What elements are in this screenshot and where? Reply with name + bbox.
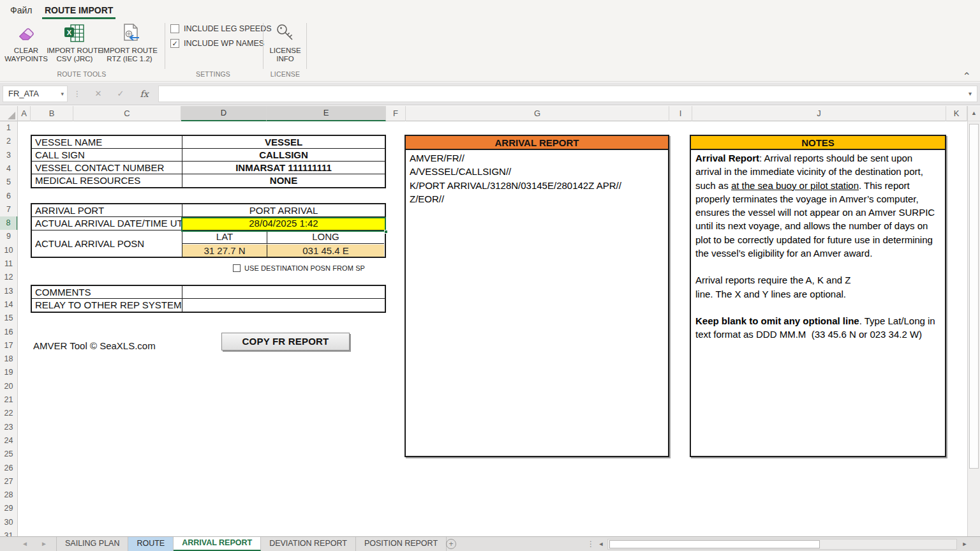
row-header-28[interactable]: 28 — [0, 488, 17, 502]
select-all-corner[interactable] — [0, 106, 18, 121]
arrival-report-body[interactable]: AMVER/FR//A/VESSEL/CALLSIGN//K/PORT ARRI… — [406, 150, 668, 206]
column-header-G[interactable]: G — [406, 106, 669, 121]
column-header-I[interactable]: I — [669, 106, 692, 121]
row-header-19[interactable]: 19 — [0, 366, 17, 379]
long-value-cell[interactable]: 031 45.4 E — [267, 245, 384, 257]
lat-value-cell[interactable]: 31 27.7 N — [182, 245, 267, 257]
row-header-23[interactable]: 23 — [0, 421, 17, 434]
sheet-nav-left-icon[interactable]: ◄ — [22, 537, 28, 551]
vertical-scrollbar[interactable]: ▲ — [967, 106, 980, 536]
row-header-1[interactable]: 1 — [0, 121, 17, 135]
row-header-13[interactable]: 13 — [0, 285, 17, 298]
row-header-29[interactable]: 29 — [0, 502, 17, 515]
long-header-cell[interactable]: LONG — [267, 230, 384, 244]
column-header-A[interactable]: A — [18, 106, 31, 121]
sheet-tab-sailing-plan[interactable]: SAILING PLAN — [57, 537, 128, 551]
row-header-24[interactable]: 24 — [0, 434, 17, 448]
row-header-15[interactable]: 15 — [0, 312, 17, 325]
row-header-9[interactable]: 9 — [0, 230, 17, 243]
insert-function-icon[interactable]: fx — [134, 86, 154, 102]
formula-splitter-icon[interactable]: ⋮ — [73, 86, 80, 102]
column-header-K[interactable]: K — [946, 106, 967, 121]
sheet-tab-deviation-report[interactable]: DEVIATION REPORT — [261, 537, 356, 551]
row-header-2[interactable]: 2 — [0, 135, 17, 148]
row-header-11[interactable]: 11 — [0, 257, 17, 271]
arrival-datetime-cell[interactable]: 28/04/2025 1:42 — [182, 217, 385, 230]
import-route-rtz-button[interactable]: IMPORT ROUTE RTZ (IEC 1.2) — [101, 21, 158, 68]
name-box-dropdown-icon[interactable]: ▾ — [61, 86, 64, 102]
cancel-icon[interactable]: ✕ — [88, 86, 108, 102]
row-header-25[interactable]: 25 — [0, 448, 17, 461]
row-header-4[interactable]: 4 — [0, 162, 17, 176]
column-header-E[interactable]: E — [267, 106, 386, 121]
vessel-info-label-2[interactable]: VESSEL CONTACT NUMBER — [32, 162, 182, 174]
row-header-5[interactable]: 5 — [0, 176, 17, 189]
row-header-17[interactable]: 17 — [0, 339, 17, 352]
row-header-6[interactable]: 6 — [0, 190, 17, 203]
scroll-left-icon[interactable]: ◄ — [596, 539, 606, 550]
row-header-21[interactable]: 21 — [0, 393, 17, 407]
horizontal-scroll-track[interactable] — [607, 539, 957, 550]
use-destination-posn-checkbox[interactable]: USE DESTINATION POSN FROM SP — [233, 264, 365, 272]
tab-file[interactable]: Файл — [8, 3, 34, 19]
row-header-8[interactable]: 8 — [0, 216, 18, 230]
row-header-14[interactable]: 14 — [0, 298, 17, 312]
vessel-info-value-1[interactable]: CALLSIGN — [182, 149, 385, 161]
vertical-scroll-thumb[interactable] — [969, 124, 979, 469]
vessel-info-label-1[interactable]: CALL SIGN — [32, 149, 182, 161]
column-header-D[interactable]: D — [181, 106, 267, 121]
comments-value-0[interactable] — [182, 286, 385, 298]
row-header-27[interactable]: 27 — [0, 475, 17, 488]
column-header-J[interactable]: J — [692, 106, 946, 121]
sheet-tab-position-report[interactable]: POSITION REPORT — [356, 537, 447, 551]
row-header-22[interactable]: 22 — [0, 407, 17, 420]
sheet-nav-right-icon[interactable]: ► — [41, 537, 47, 551]
row-header-10[interactable]: 10 — [0, 244, 17, 257]
row-header-26[interactable]: 26 — [0, 462, 17, 475]
row-header-3[interactable]: 3 — [0, 149, 17, 162]
tab-splitter-icon[interactable]: ⋮ — [587, 537, 595, 551]
license-info-button[interactable]: LICENSE INFO — [265, 21, 305, 68]
row-header-20[interactable]: 20 — [0, 380, 17, 393]
arrival-posn-label[interactable]: ACTUAL ARRIVAL POSN — [32, 230, 182, 257]
arrival-datetime-label[interactable]: ACTUAL ARRIVAL DATE/TIME UTC — [32, 217, 182, 230]
comments-label-1[interactable]: RELAY TO OTHER REP SYSTEMS — [32, 299, 182, 312]
row-header-7[interactable]: 7 — [0, 203, 17, 216]
vessel-info-label-0[interactable]: VESSEL NAME — [32, 136, 182, 148]
arrival-port-cell[interactable]: PORT ARRIVAL — [182, 204, 385, 216]
arrival-port-label[interactable]: ARRIVAL PORT — [32, 204, 182, 216]
fill-handle[interactable] — [384, 230, 388, 234]
row-header-12[interactable]: 12 — [0, 271, 17, 284]
row-header-30[interactable]: 30 — [0, 516, 17, 529]
collapse-ribbon-icon[interactable]: ⌃ — [963, 70, 971, 82]
new-sheet-button[interactable]: + — [446, 539, 456, 549]
sheet-canvas[interactable]: VESSEL NAMEVESSELCALL SIGNCALLSIGNVESSEL… — [18, 121, 967, 536]
sheet-tab-arrival-report[interactable]: ARRIVAL REPORT — [174, 537, 261, 551]
name-box[interactable]: FR_ATA ▾ — [3, 86, 68, 102]
horizontal-scroll-thumb[interactable] — [609, 540, 820, 548]
comments-label-0[interactable]: COMMENTS — [32, 286, 182, 298]
clear-waypoints-button[interactable]: CLEAR WAYPOINTS — [5, 21, 47, 68]
enter-icon[interactable]: ✓ — [110, 86, 131, 102]
row-header-31[interactable]: 31 — [0, 529, 17, 536]
horizontal-scrollbar[interactable]: ◄ ► — [596, 538, 970, 551]
row-header-16[interactable]: 16 — [0, 326, 17, 339]
formula-input[interactable]: 4/28/2025 1:42:00 AM ▾ — [158, 86, 977, 102]
vessel-info-label-3[interactable]: MEDICAL RESOURCES — [32, 174, 182, 187]
expand-formula-bar-icon[interactable]: ▾ — [969, 86, 972, 102]
column-header-B[interactable]: B — [31, 106, 73, 121]
row-header-18[interactable]: 18 — [0, 352, 17, 366]
import-route-csv-button[interactable]: X IMPORT ROUTE CSV (JRC) — [47, 21, 103, 68]
comments-value-1[interactable] — [182, 299, 385, 312]
vessel-info-value-2[interactable]: INMARSAT 111111111 — [182, 162, 385, 174]
scroll-up-icon[interactable]: ▲ — [968, 106, 980, 121]
lat-header-cell[interactable]: LAT — [182, 230, 267, 244]
include-wp-names-checkbox[interactable]: ✓ INCLUDE WP NAMES — [170, 39, 264, 48]
tab-route-import[interactable]: ROUTE IMPORT — [42, 3, 115, 19]
include-leg-speeds-checkbox[interactable]: INCLUDE LEG SPEEDS — [170, 24, 272, 33]
column-header-C[interactable]: C — [73, 106, 181, 121]
column-header-F[interactable]: F — [386, 106, 406, 121]
vessel-info-value-3[interactable]: NONE — [182, 174, 385, 187]
copy-fr-report-button[interactable]: COPY FR REPORT — [221, 333, 350, 351]
scroll-right-icon[interactable]: ► — [960, 539, 970, 550]
